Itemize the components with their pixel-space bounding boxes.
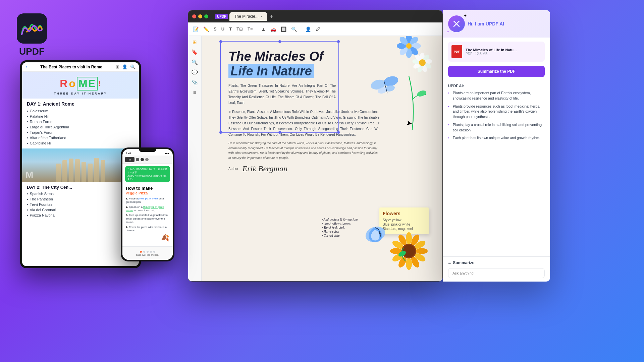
ai-greeting-text: Hi, I am UPDF AI <box>468 21 504 26</box>
toolbar-search-icon[interactable]: 🔍 <box>290 25 298 33</box>
list-item: •Colosseum <box>27 108 134 114</box>
flowers-note-item-2: Blue, pink or white <box>383 222 426 227</box>
tablet-search-icon[interactable]: 🔍 <box>130 64 136 69</box>
ai-file-card: PDF The Miracles of Life in Natu... PDF … <box>448 42 545 62</box>
rome-subtitle: THREE DAY ITINERARY <box>25 92 136 95</box>
tablet-share-icon[interactable]: 👤 <box>122 64 127 69</box>
tablet-day1-title: DAY 1: Ancient Rome <box>27 101 134 107</box>
phone-recipe-subtitle: veggie Pizza <box>126 191 169 195</box>
rome-title-art: R o ME ! <box>25 77 136 90</box>
pdf-title-area: The Miracles Of Life In Nature <box>208 43 436 80</box>
rome-m: ME <box>77 77 98 90</box>
sparkle-icon: ✦ <box>464 13 467 18</box>
svg-point-32 <box>406 258 412 270</box>
pdf-title-line2: Life In Nature <box>228 64 429 79</box>
ai-bullet-1: Plants are an important part of Earth's … <box>448 89 545 103</box>
dot-4 <box>150 251 152 253</box>
ai-panel-header: ✦ ✦ Hi, I am UPDF AI <box>443 10 550 38</box>
phone-toolbar: ⚙ <box>122 156 173 164</box>
ai-file-name: The Miracles of Life in Natu... <box>466 48 517 52</box>
tablet-back-button[interactable]: ‹ <box>25 64 27 69</box>
phone-toolbar-icon1: ⚙ <box>129 158 131 161</box>
sidebar-comment-icon[interactable]: 💬 <box>192 69 198 75</box>
dot-3 <box>147 251 149 253</box>
window-close-button[interactable] <box>192 14 196 18</box>
sunflower-decoration <box>385 228 432 275</box>
ai-file-icon: PDF <box>451 45 462 58</box>
phone-basil-text: basil over the cheese. <box>136 254 159 256</box>
ai-summarize-pdf-button[interactable]: Summarize the PDF <box>448 66 545 77</box>
window-tab-area: UPDF The Miracle... × + <box>215 12 438 21</box>
toolbar-divider-2 <box>301 26 301 33</box>
main-window: UPDF The Miracle... × + 📝 ✏️ S U T T⊞ T≡… <box>188 10 443 282</box>
toolbar-user-icon[interactable]: 👤 <box>304 25 312 33</box>
item-spanish-steps: Spanish Steps <box>30 192 54 196</box>
toolbar-sticky-note-icon[interactable]: 📝 <box>192 25 200 33</box>
phone-step-1: 1. Place a plate pizza crust on a grease… <box>126 197 169 204</box>
ai-logo-icon <box>452 19 461 28</box>
window-tab-active[interactable]: The Miracle... × <box>229 12 267 21</box>
item-trevi: Trevi Fountain <box>30 202 53 206</box>
phone-step-num-4: 4. <box>126 226 129 229</box>
blue-shell-decoration <box>362 221 389 248</box>
toolbar-zoom-icon[interactable]: 🔲 <box>279 25 288 33</box>
rome-r: R <box>60 77 68 90</box>
toolbar-stamp-icon[interactable]: 🖊 <box>314 25 322 33</box>
toolbar-image-icon[interactable]: 🚗 <box>269 25 277 33</box>
window-minimize-button[interactable] <box>198 14 202 18</box>
phone-step-num-3: 3. <box>126 214 129 217</box>
summarize-text: Summarize <box>453 260 474 265</box>
ai-chat-input[interactable] <box>448 268 545 278</box>
dot-2 <box>143 251 145 253</box>
toolbar-strikethrough-icon[interactable]: S <box>212 25 218 33</box>
toolbar-underline-icon[interactable]: U <box>220 25 226 33</box>
dot-5 <box>153 251 155 253</box>
tablet-doc-title: The Best Places to visit in Rome <box>29 65 114 69</box>
ai-header-content: ✦ ✦ Hi, I am UPDF AI <box>448 15 504 32</box>
phone-step-num-2: 2. <box>126 205 129 208</box>
phone-leaf-icon: 🍂 <box>126 234 169 242</box>
svg-point-26 <box>406 232 412 244</box>
item-via-dei: Via dei Coronari <box>30 208 56 212</box>
tablet-day2-title: DAY 2: The City Cen... <box>27 185 134 190</box>
phone-status-icons: ●●● <box>165 152 170 155</box>
sidebar-layers-icon[interactable]: ≡ <box>193 89 196 95</box>
phone-bottom-bar: basil over the cheese. <box>122 246 173 260</box>
item-piazza: Piazza Navona <box>30 213 55 217</box>
window-maximize-button[interactable] <box>204 14 208 18</box>
list-item: •Trevi Fountain <box>27 202 134 207</box>
list-item: •Capitoline Hill <box>27 140 134 146</box>
rome-o: o <box>69 77 76 90</box>
flowers-note-title: Flowers <box>383 211 426 216</box>
ai-file-size: PDF · 12.8 MB <box>466 52 517 56</box>
phone-step-2: 2. Spoon on a thin layer of pizza sauce … <box>126 205 169 213</box>
toolbar-text-icon[interactable]: T <box>228 25 233 33</box>
toolbar-highlight-icon[interactable]: ▲ <box>260 25 267 33</box>
ai-summarize-label: ≡ Summarize <box>448 260 545 265</box>
ai-bullet-3: Plants play a crucial role in stabilizin… <box>448 121 545 134</box>
ai-file-info: The Miracles of Life in Natu... PDF · 12… <box>466 48 517 56</box>
tab-close-icon[interactable]: × <box>261 15 263 18</box>
phone-toolbar-dot3 <box>145 158 149 161</box>
pdf-body-paragraph-1: Plants, The Green Treasures In Nature, A… <box>208 80 342 108</box>
sidebar-thumbnail-icon[interactable]: ⊞ <box>193 39 197 45</box>
ai-panel: ✦ ✦ Hi, I am UPDF AI PDF The Miracles of… <box>443 10 550 282</box>
rome-exclamation: ! <box>98 80 101 87</box>
ai-bullet-points: Plants are an important part of Earth's … <box>443 89 550 256</box>
sidebar-bookmark-icon[interactable]: 🔖 <box>192 49 198 55</box>
rome-header: R o ME ! THREE DAY ITINERARY <box>22 72 139 99</box>
tablet-copy-icon[interactable]: ⊞ <box>116 64 119 69</box>
item-largo: Largo di Torre Argentina <box>30 125 69 129</box>
ai-section-title: UPDF AI: <box>443 81 550 89</box>
item-capitoline: Capitoline Hill <box>30 141 52 145</box>
pdf-content: The Miracles Of Life In Nature ➤ Plants,… <box>202 36 442 281</box>
phone-device: 9:41 ●●● ⚙ たちの日常の存在において、自然の驚くべき不思議な色が活気に… <box>121 147 174 261</box>
sidebar-attachment-icon[interactable]: 📎 <box>192 79 198 85</box>
sidebar-search-icon[interactable]: 🔍 <box>192 59 198 65</box>
add-tab-button[interactable]: + <box>270 13 273 19</box>
toolbar-text-box-icon[interactable]: T⊞ <box>235 25 244 33</box>
sunflower-svg <box>385 228 432 275</box>
flowers-note-item-1: Style: yellow <box>383 218 426 222</box>
toolbar-text-style-icon[interactable]: T≡ <box>246 25 254 33</box>
toolbar-pen-icon[interactable]: ✏️ <box>202 25 210 33</box>
